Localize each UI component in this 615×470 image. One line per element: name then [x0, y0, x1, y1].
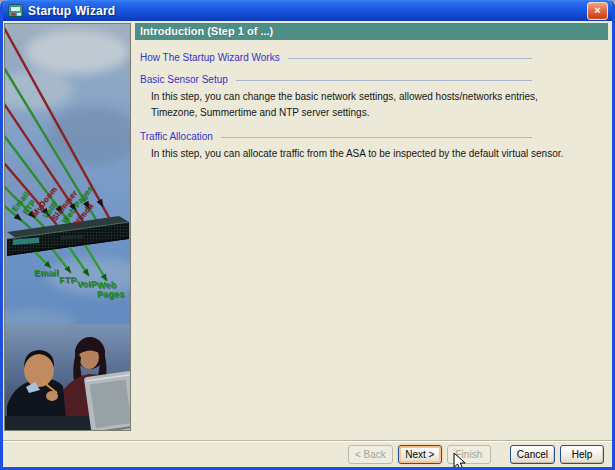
startup-wizard-window: Startup Wizard × — [0, 0, 615, 470]
section-heading-traffic-allocation: Traffic Allocation — [140, 131, 532, 142]
section-heading-label: Traffic Allocation — [140, 131, 213, 142]
cancel-button[interactable]: Cancel — [510, 445, 555, 464]
section-body-line: Timezone, Summertime and NTP server sett… — [151, 105, 608, 120]
back-button[interactable]: < Back — [348, 445, 393, 464]
section-heading-basic-sensor-setup: Basic Sensor Setup — [140, 74, 532, 85]
button-group-gap — [496, 454, 505, 455]
sidebar-illustration: Email FTP MyDoom VoIP Slammer Web Pages … — [4, 23, 131, 431]
client-area: Email FTP MyDoom VoIP Slammer Web Pages … — [3, 21, 612, 467]
wizard-art — [5, 24, 130, 430]
outgoing-label-email: Email — [34, 268, 59, 278]
heading-rule — [221, 137, 532, 138]
next-button[interactable]: Next > — [398, 445, 442, 464]
finish-button[interactable]: Finish — [447, 445, 491, 464]
outgoing-label-voip: VoIP — [77, 279, 97, 289]
section-heading-label: Basic Sensor Setup — [140, 74, 228, 85]
page-title: Introduction (Step 1 of ...) — [135, 23, 608, 40]
app-icon — [8, 3, 24, 18]
close-button[interactable]: × — [587, 2, 608, 20]
titlebar[interactable]: Startup Wizard × — [3, 0, 612, 21]
people-photo — [5, 324, 130, 430]
help-button[interactable]: Help — [560, 445, 604, 464]
section-heading-label: How The Startup Wizard Works — [140, 52, 280, 63]
wizard-button-bar: < Back Next > Finish Cancel Help — [3, 440, 612, 467]
wizard-page: Introduction (Step 1 of ...) How The Sta… — [135, 23, 608, 161]
heading-rule — [236, 80, 532, 81]
outgoing-label-ftp: FTP — [59, 275, 77, 285]
window-title: Startup Wizard — [28, 4, 115, 18]
section-body-line: In this step, you can allocate traffic f… — [151, 146, 608, 161]
section-heading-how-it-works: How The Startup Wizard Works — [140, 52, 532, 63]
heading-rule — [288, 58, 532, 59]
outgoing-label-web-pages: Web Pages — [97, 281, 131, 299]
section-body-line: In this step, you can change the basic n… — [151, 89, 608, 104]
